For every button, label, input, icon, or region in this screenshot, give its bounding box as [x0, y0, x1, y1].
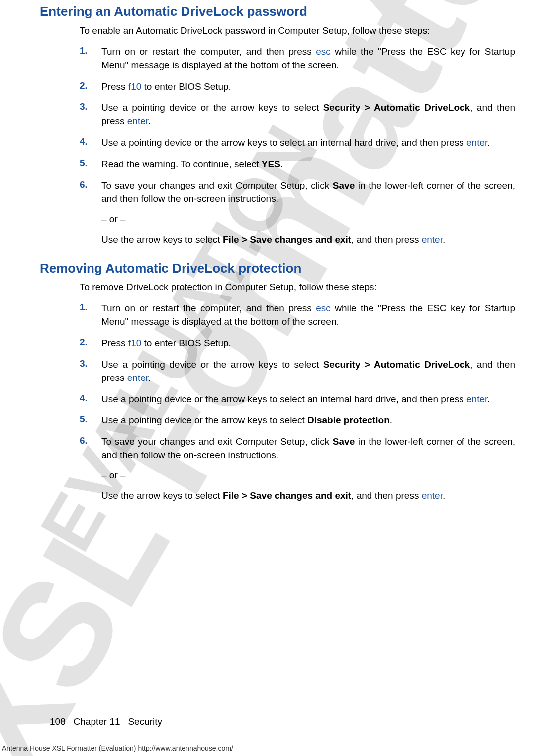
step-number: 2.	[80, 337, 101, 348]
section-heading: Entering an Automatic DriveLock password	[40, 4, 515, 19]
footer-chapter: 108 Chapter 11 Security	[50, 716, 162, 727]
step-item: 1.Turn on or restart the computer, and t…	[80, 45, 515, 72]
step-body: Use a pointing device or the arrow keys …	[101, 414, 515, 427]
step-number: 5.	[80, 158, 101, 169]
step-number: 3.	[80, 101, 101, 112]
section-intro: To enable an Automatic DriveLock passwor…	[80, 25, 515, 36]
chapter-title: Security	[128, 716, 162, 727]
step-number: 6.	[80, 179, 101, 190]
section-heading: Removing Automatic DriveLock protection	[40, 261, 515, 276]
step-body: Use a pointing device or the arrow keys …	[101, 393, 515, 406]
step-item: 5.Read the warning. To continue, select …	[80, 158, 515, 171]
step-number: 4.	[80, 393, 101, 404]
step-number: 2.	[80, 80, 101, 91]
step-body: Turn on or restart the computer, and the…	[101, 302, 515, 329]
step-number: 1.	[80, 302, 101, 313]
step-item: 1.Turn on or restart the computer, and t…	[80, 302, 515, 329]
step-item: 4.Use a pointing device or the arrow key…	[80, 136, 515, 150]
footer-eval: Antenna House XSL Formatter (Evaluation)…	[2, 744, 233, 752]
step-item: 2.Press f10 to enter BIOS Setup.	[80, 80, 515, 94]
step-number: 6.	[80, 435, 101, 446]
step-item: 6.To save your changes and exit Computer…	[80, 179, 515, 247]
chapter-label: Chapter 11	[74, 716, 120, 727]
step-item: 4.Use a pointing device or the arrow key…	[80, 393, 515, 406]
step-item: 5.Use a pointing device or the arrow key…	[80, 414, 515, 427]
step-number: 5.	[80, 414, 101, 425]
steps-list: 1.Turn on or restart the computer, and t…	[80, 302, 515, 503]
step-body: Use a pointing device or the arrow keys …	[101, 358, 515, 385]
step-body: Press f10 to enter BIOS Setup.	[101, 337, 515, 350]
section-intro: To remove DriveLock protection in Comput…	[80, 282, 515, 293]
step-number: 1.	[80, 45, 101, 56]
step-body: Turn on or restart the computer, and the…	[101, 45, 515, 72]
step-item: 2.Press f10 to enter BIOS Setup.	[80, 337, 515, 350]
page-number: 108	[50, 716, 66, 727]
steps-list: 1.Turn on or restart the computer, and t…	[80, 45, 515, 247]
step-item: 6.To save your changes and exit Computer…	[80, 435, 515, 503]
step-number: 3.	[80, 358, 101, 369]
step-body: To save your changes and exit Computer S…	[101, 179, 515, 247]
step-body: Use a pointing device or the arrow keys …	[101, 101, 515, 128]
step-number: 4.	[80, 136, 101, 147]
step-item: 3.Use a pointing device or the arrow key…	[80, 358, 515, 385]
step-body: Read the warning. To continue, select YE…	[101, 158, 515, 171]
step-body: Use a pointing device or the arrow keys …	[101, 136, 515, 150]
step-body: Press f10 to enter BIOS Setup.	[101, 80, 515, 94]
step-item: 3.Use a pointing device or the arrow key…	[80, 101, 515, 128]
step-body: To save your changes and exit Computer S…	[101, 435, 515, 503]
